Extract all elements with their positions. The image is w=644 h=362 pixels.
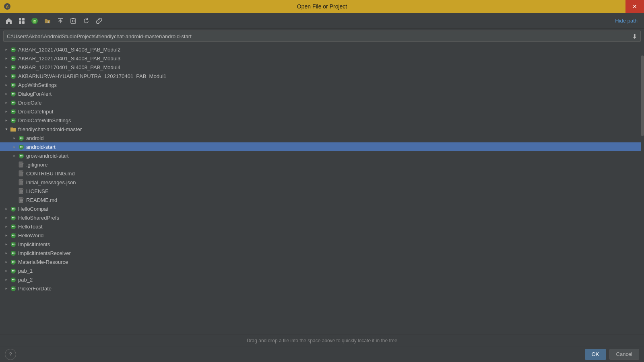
android-icon xyxy=(18,152,25,159)
tree-item[interactable]: ▼ friendlychat-android-master xyxy=(0,125,644,134)
tree-item[interactable]: ► AKBAR_1202170401_SI4008_PAB_Modul2 xyxy=(0,45,644,54)
svg-line-181 xyxy=(11,278,12,279)
android-icon xyxy=(10,55,17,62)
tree-item[interactable]: ► HelloCompat xyxy=(0,204,644,213)
scrollbar-track[interactable] xyxy=(641,43,644,335)
tree-arrow: ► xyxy=(3,99,10,106)
app-logo: A xyxy=(3,2,11,10)
svg-line-189 xyxy=(15,287,16,288)
android-icon xyxy=(10,214,17,221)
android-icon xyxy=(10,276,17,283)
tree-item-label: initial_messages.json xyxy=(26,179,76,185)
svg-point-184 xyxy=(14,278,14,278)
android-button[interactable] xyxy=(29,15,40,27)
svg-point-6 xyxy=(33,20,36,23)
svg-point-100 xyxy=(20,154,21,154)
main-content: Hide path ⬇ ► AKBAR_1202170401_SI4008_PA… xyxy=(0,13,644,362)
svg-line-174 xyxy=(11,269,12,270)
svg-point-162 xyxy=(12,251,13,252)
tree-arrow: ► xyxy=(3,276,10,283)
tree-item[interactable]: ► CONTRIBUTING.md xyxy=(0,169,644,178)
tree-item[interactable]: ► pab_2 xyxy=(0,275,644,284)
scrollbar-thumb[interactable] xyxy=(641,56,644,136)
tree-item[interactable]: ► initial_messages.json xyxy=(0,178,644,187)
dialog-title: Open File or Project xyxy=(297,3,347,10)
android-icon xyxy=(10,72,17,80)
tree-item[interactable]: ► LICENSE xyxy=(0,187,644,195)
svg-rect-4 xyxy=(19,21,21,24)
new-folder-button[interactable] xyxy=(42,15,53,27)
tree-item[interactable]: ► android-start xyxy=(0,142,644,151)
android-icon xyxy=(10,241,17,248)
close-button[interactable]: ✕ xyxy=(625,0,644,13)
link-button[interactable] xyxy=(93,15,105,27)
svg-rect-83 xyxy=(22,138,23,139)
tree-item-label: HelloSharedPrefs xyxy=(18,215,59,221)
tree-item[interactable]: ► ImplicitIntents xyxy=(0,240,644,249)
tree-arrow: ► xyxy=(3,250,10,256)
upload-button[interactable] xyxy=(55,15,66,27)
svg-line-85 xyxy=(23,136,24,138)
svg-rect-8 xyxy=(35,20,36,21)
svg-rect-27 xyxy=(14,58,14,60)
svg-rect-172 xyxy=(12,270,13,272)
home-button[interactable] xyxy=(3,15,14,27)
android-icon xyxy=(10,90,17,97)
tree-item[interactable]: ► ImplicitIntentsReceiver xyxy=(0,249,644,257)
svg-line-160 xyxy=(11,251,12,253)
android-icon xyxy=(10,205,17,212)
svg-line-161 xyxy=(15,251,16,253)
svg-rect-34 xyxy=(14,67,14,68)
download-icon[interactable]: ⬇ xyxy=(632,33,637,40)
tree-item[interactable]: ► HelloSharedPrefs xyxy=(0,213,644,222)
tree-item[interactable]: ► DroidCafeInput xyxy=(0,107,644,116)
tree-item[interactable]: ► android xyxy=(0,134,644,142)
tree-arrow: ► xyxy=(11,152,18,159)
svg-point-142 xyxy=(14,224,14,225)
svg-rect-47 xyxy=(12,84,13,86)
tree-item[interactable]: ► DialogForAlert xyxy=(0,89,644,98)
svg-point-156 xyxy=(14,242,14,243)
svg-rect-76 xyxy=(14,120,14,121)
tree-item[interactable]: ► README.md xyxy=(0,195,644,204)
tree-item-label: CONTRIBUTING.md xyxy=(26,171,75,177)
tree-item[interactable]: ► AKBAR_1202170401_SI4008_PAB_Modul4 xyxy=(0,63,644,72)
android-icon xyxy=(10,258,17,265)
refresh-button[interactable] xyxy=(80,15,92,27)
tree-item[interactable]: ► .gitignore xyxy=(0,160,644,169)
project-view-button[interactable] xyxy=(16,15,27,27)
tree-item[interactable]: ► HelloToast xyxy=(0,222,644,231)
hide-path-link[interactable]: Hide path xyxy=(615,18,641,24)
svg-line-77 xyxy=(11,119,12,120)
svg-rect-159 xyxy=(14,253,14,254)
svg-rect-48 xyxy=(14,84,14,86)
tree-item[interactable]: ► grow-android-start xyxy=(0,151,644,160)
svg-rect-7 xyxy=(34,20,35,21)
tree-item[interactable]: ► DroidCafe xyxy=(0,98,644,107)
android-icon xyxy=(10,64,17,71)
svg-line-188 xyxy=(11,287,12,288)
tree-item[interactable]: ► pab_1 xyxy=(0,266,644,275)
tree-item[interactable]: ► HelloWorld xyxy=(0,231,644,240)
svg-line-126 xyxy=(15,207,16,208)
svg-point-93 xyxy=(20,145,21,146)
svg-point-38 xyxy=(14,65,14,66)
tree-arrow: ► xyxy=(3,214,10,221)
file-icon xyxy=(18,196,25,204)
svg-rect-123 xyxy=(12,208,13,210)
path-input[interactable] xyxy=(7,33,630,39)
tree-item[interactable]: ► AKBARNURWAHYUARIFINPUTRA_1202170401_PA… xyxy=(0,72,644,80)
tree-item[interactable]: ► AKBAR_1202170401_SI4008_PAB_Modul3 xyxy=(0,54,644,63)
android-icon xyxy=(18,134,25,142)
tree-item[interactable]: ► DroidCafeWithSettings xyxy=(0,116,644,125)
svg-point-135 xyxy=(14,216,14,216)
svg-point-183 xyxy=(12,278,13,278)
help-button[interactable]: ? xyxy=(5,349,16,360)
ok-button[interactable]: OK xyxy=(585,349,606,360)
cancel-button[interactable]: Cancel xyxy=(609,349,639,360)
tree-item[interactable]: ► MaterialMe-Resource xyxy=(0,257,644,266)
delete-button[interactable] xyxy=(68,15,79,27)
svg-rect-5 xyxy=(22,21,25,24)
tree-item[interactable]: ► PickerForDate xyxy=(0,284,644,293)
tree-item[interactable]: ► AppWithSettings xyxy=(0,80,644,89)
